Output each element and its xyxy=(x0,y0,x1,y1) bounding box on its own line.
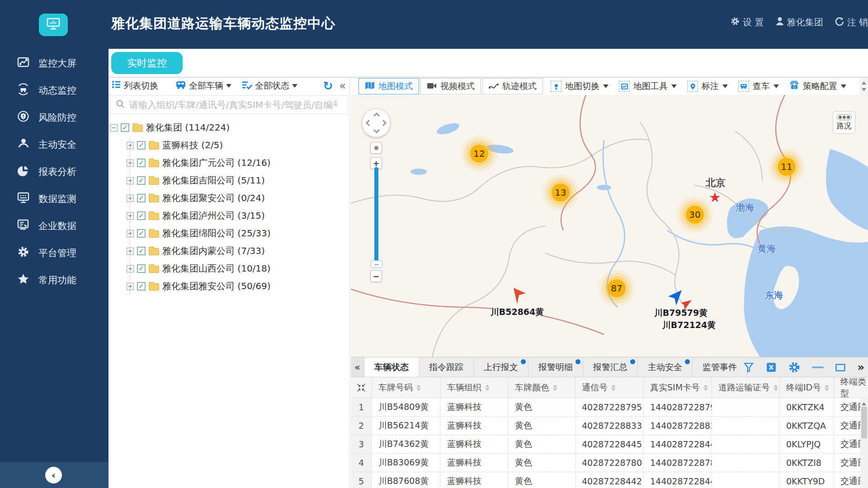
table-row[interactable]: 1 川B54809黄 蓝狮科技 黄色 40287228795 144028722… xyxy=(351,398,868,417)
tree-row[interactable]: + ✓ 蓝狮科技 (2/5) xyxy=(127,136,349,154)
tree-checkbox[interactable]: ✓ xyxy=(137,159,146,167)
expand-toggle-icon[interactable]: + xyxy=(127,230,134,237)
tab-alarm-summary[interactable]: 报警汇总 xyxy=(583,357,638,377)
tab-vehicle-status[interactable]: 车辆状态 xyxy=(364,357,419,377)
sidebar-item-bigscreen[interactable]: 监控大屏 xyxy=(0,50,108,77)
expand-toggle-icon[interactable]: + xyxy=(127,212,134,220)
scrollbar-thumb[interactable] xyxy=(861,407,867,438)
refresh-button[interactable]: ↻ xyxy=(323,79,333,93)
table-scrollbar[interactable] xyxy=(860,399,868,488)
traffic-toggle[interactable]: 路况 xyxy=(833,111,855,134)
expand-toggle-icon[interactable]: + xyxy=(127,177,134,184)
strategy-config-dropdown[interactable]: G 策略配置 xyxy=(785,78,851,94)
tab-uplink-messages[interactable]: 上行报文 xyxy=(474,357,528,377)
zoom-slider-track[interactable] xyxy=(374,167,378,261)
column-header[interactable]: 终端类型 xyxy=(834,377,868,398)
tree-search-input[interactable] xyxy=(129,99,337,110)
tree-row[interactable]: + ✓ 雅化集团泸州公司 (3/15) xyxy=(127,207,349,225)
sidebar-item-data-monitor[interactable]: 数据监测 xyxy=(0,185,108,212)
sidebar-item-dynamic-monitor[interactable]: 动态监控 xyxy=(0,77,108,104)
collapse-toggle-icon[interactable]: − xyxy=(110,124,118,131)
app-logo[interactable] xyxy=(39,14,68,36)
column-header[interactable]: 通信号 xyxy=(576,377,644,398)
expand-toggle-icon[interactable]: + xyxy=(127,248,134,255)
expand-toggle-icon[interactable]: + xyxy=(127,283,134,290)
tree-row[interactable]: + ✓ 雅化集团聚安公司 (0/24) xyxy=(127,189,349,207)
tree-checkbox[interactable]: ✓ xyxy=(137,264,146,273)
column-header[interactable]: 车牌颜色 xyxy=(509,377,576,398)
cluster-marker[interactable]: 13 xyxy=(552,183,570,202)
maximize-panel-button[interactable] xyxy=(835,364,845,371)
logout-button[interactable]: 注 销 xyxy=(835,16,868,28)
tree-row[interactable]: + ✓ 雅化集团吉阳公司 (5/11) xyxy=(127,172,349,189)
expand-toggle-icon[interactable]: + xyxy=(127,160,134,167)
sidebar-item-favorites[interactable]: 常用功能 xyxy=(0,267,108,294)
sidebar-item-active-safety[interactable]: 主动安全 xyxy=(0,131,108,158)
tree-row-root[interactable]: − ✓ 雅化集团 (114/224) xyxy=(110,119,349,136)
map-mode-button[interactable]: 地图模式 xyxy=(359,78,419,94)
map-switch-dropdown[interactable]: 地图切换 xyxy=(546,78,613,94)
vehicle-marker-red[interactable] xyxy=(512,287,527,307)
column-header[interactable]: 真实SIM卡号 xyxy=(644,377,712,398)
tree-row[interactable]: + ✓ 雅化集团山西公司 (10/18) xyxy=(127,260,349,277)
tree-checkbox[interactable]: ✓ xyxy=(137,211,146,220)
sidebar-item-risk-control[interactable]: 风险防控 xyxy=(0,104,108,131)
expand-toggle-icon[interactable]: + xyxy=(127,195,134,202)
sidebar-item-platform-admin[interactable]: 平台管理 xyxy=(0,239,108,267)
vehicle-filter-dropdown[interactable]: 全部车辆 xyxy=(175,80,231,92)
cluster-marker[interactable]: 12 xyxy=(470,145,488,163)
locate-button[interactable] xyxy=(370,142,382,154)
collapse-table-button[interactable] xyxy=(351,377,372,398)
tree-checkbox[interactable]: ✓ xyxy=(137,176,146,185)
table-row[interactable]: 3 川B74362黄 蓝狮科技 黄色 40287228445 144028722… xyxy=(351,435,868,454)
column-header[interactable]: 车辆组织 xyxy=(441,377,509,398)
zoom-slider-handle[interactable]: − xyxy=(371,260,382,268)
tree-row[interactable]: + ✓ 雅化集团广元公司 (12/16) xyxy=(127,154,349,172)
table-row[interactable]: 4 川B83069黄 蓝狮科技 黄色 40287228780 144028722… xyxy=(351,454,868,472)
find-vehicle-dropdown[interactable]: 查车 xyxy=(734,78,783,94)
tree-checkbox[interactable]: ✓ xyxy=(137,247,146,255)
column-header[interactable]: 道路运输证号 xyxy=(712,377,780,398)
tab-supervision-events[interactable]: 监管事件 xyxy=(693,357,747,377)
cluster-marker[interactable]: 11 xyxy=(778,158,796,176)
sidebar-item-enterprise-data[interactable]: 企业数据 xyxy=(0,212,108,239)
minimize-panel-button[interactable] xyxy=(812,366,824,368)
filter-button[interactable] xyxy=(743,362,754,373)
cluster-marker[interactable]: 30 xyxy=(686,206,704,224)
cluster-marker[interactable]: 87 xyxy=(608,279,626,297)
tree-row[interactable]: + ✓ 雅化集团绵阳公司 (25/33) xyxy=(127,225,349,242)
export-excel-button[interactable] xyxy=(766,362,777,373)
zoom-out-button[interactable]: − xyxy=(370,270,382,282)
column-header[interactable]: 车牌号码 xyxy=(372,377,441,398)
sidebar-item-report-analysis[interactable]: 报表分析 xyxy=(0,158,108,185)
toolbar-scrollbar[interactable] xyxy=(860,78,868,95)
tree-checkbox[interactable]: ✓ xyxy=(137,141,146,150)
annotate-dropdown[interactable]: 标注 xyxy=(683,78,732,94)
column-header[interactable]: 终端ID号 xyxy=(780,377,834,398)
tab-alarm-detail[interactable]: 报警明细 xyxy=(528,357,583,377)
tree-row[interactable]: + ✓ 雅化集团雅安公司 (50/69) xyxy=(127,277,349,295)
settings-button[interactable]: 设 置 xyxy=(731,16,764,28)
map-tools-dropdown[interactable]: 地图工具 xyxy=(614,78,681,94)
map-canvas[interactable]: 渤海 黄海 东海 北京 ★ 12 13 30 11 87 川B52864黄 川B xyxy=(351,95,868,357)
track-mode-button[interactable]: 轨迹模式 xyxy=(482,78,543,94)
account-button[interactable]: 雅化集团 xyxy=(776,16,823,28)
table-row[interactable]: 2 川B56214黄 蓝狮科技 黄色 40287228833 144028722… xyxy=(351,417,868,435)
tree-checkbox[interactable]: ✓ xyxy=(137,194,146,202)
panel-collapse-button[interactable]: « xyxy=(351,357,364,377)
table-settings-button[interactable] xyxy=(788,361,800,373)
more-tabs-button[interactable]: » xyxy=(857,361,864,374)
tab-active-safety[interactable]: 主动安全 xyxy=(638,357,693,377)
tree-collapse-button[interactable]: « xyxy=(339,80,346,92)
list-switch-button[interactable]: 列表切换 xyxy=(111,80,158,92)
table-row[interactable]: 5 川B87608黄 蓝狮科技 黄色 40287228442 144028722… xyxy=(351,472,868,488)
map-pan-control[interactable] xyxy=(362,108,391,137)
tree-checkbox[interactable]: ✓ xyxy=(137,282,146,291)
tab-realtime-monitor[interactable]: 实时监控 xyxy=(111,52,183,74)
tree-row[interactable]: + ✓ 雅化集团内蒙公司 (7/33) xyxy=(127,242,349,260)
status-filter-dropdown[interactable]: 全部状态 xyxy=(241,80,297,92)
expand-toggle-icon[interactable]: + xyxy=(127,265,134,272)
tab-command-trace[interactable]: 指令跟踪 xyxy=(419,357,474,377)
expand-toggle-icon[interactable]: + xyxy=(127,142,134,149)
tree-checkbox[interactable]: ✓ xyxy=(121,123,129,132)
